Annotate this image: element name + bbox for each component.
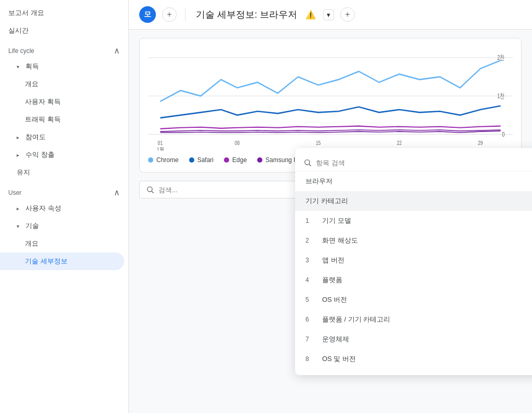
dropdown-row-num: 4	[305, 276, 314, 284]
svg-text:0: 0	[502, 130, 504, 138]
dropdown-item-device-model[interactable]: 1 기기 모델	[295, 211, 532, 231]
sidebar-item-acquisition[interactable]: ▾ 획득	[0, 58, 128, 75]
sidebar-item-user-acq[interactable]: 사용자 획득	[0, 93, 128, 111]
dropdown-item-label: 화면 해상도	[322, 236, 358, 245]
svg-text:29: 29	[478, 140, 483, 146]
svg-line-15	[309, 164, 311, 166]
dropdown-arrow-icon: ▾	[327, 11, 330, 19]
dropdown-search-bar[interactable]	[295, 154, 532, 171]
dropdown-row-num: 7	[305, 336, 314, 343]
dropdown-item-platform[interactable]: 4 플랫폼	[295, 270, 532, 290]
dropdown-search-icon	[303, 158, 312, 167]
dropdown-item-os-and-version[interactable]: 8 OS 및 버전	[295, 349, 532, 369]
sidebar-item-label: 실시간	[8, 26, 29, 35]
dropdown-item-os-version[interactable]: 5 OS 버전	[295, 290, 532, 310]
dropdown-item-label: OS 및 버전	[322, 354, 356, 364]
sidebar-item-traffic-acq[interactable]: 트래픽 획득	[0, 111, 128, 128]
dropdown-item-label: 기기 모델	[322, 216, 351, 225]
sidebar-item-report-overview[interactable]: 보고서 개요	[0, 4, 128, 22]
search-icon	[146, 185, 154, 194]
divider	[185, 8, 185, 21]
dropdown-row-num: 1	[305, 217, 314, 224]
sidebar-item-label: 기술	[25, 221, 39, 231]
sidebar-item-label: 사용자 획득	[25, 97, 61, 106]
dropdown-item-platform-device[interactable]: 6 플랫폼 / 기기 카테고리	[295, 310, 532, 329]
dropdown-item-label: 브라우저	[305, 177, 332, 186]
dropdown-row-num: 2	[305, 237, 314, 244]
main-content: 모 + 기술 세부정보: 브라우저 ⚠️ ▾ + 2천 1천 0 01 1월	[129, 0, 532, 413]
dropdown-row-num: 5	[305, 296, 314, 303]
sidebar-item-acq-overview[interactable]: 개요	[0, 75, 128, 93]
sidebar-item-label: 보고서 개요	[8, 8, 44, 18]
legend-label-chrome: Chrome	[156, 156, 179, 164]
sidebar-item-engagement[interactable]: ▸ 참여도	[0, 128, 128, 146]
sidebar-item-label: 유지	[17, 168, 30, 177]
legend-label-edge: Edge	[232, 156, 247, 164]
topbar-dropdown[interactable]: ▾	[323, 9, 334, 20]
dropdown-item-label: OS 버전	[322, 295, 347, 304]
dropdown-item-os[interactable]: 7 운영체제	[295, 329, 532, 349]
sidebar-section-user: User ∧	[0, 181, 128, 199]
line-chart: 2천 1천 0 01 1월 08 15 22 29	[148, 47, 513, 151]
dropdown-row-num: 8	[305, 355, 314, 363]
dropdown-item-app-version[interactable]: 3 앱 버전	[295, 250, 532, 270]
sidebar-item-tech-overview[interactable]: 개요	[0, 235, 128, 252]
dropdown-item-label: 플랫폼	[322, 275, 342, 285]
svg-text:08: 08	[235, 140, 240, 146]
chevron-up-icon: ∧	[114, 188, 120, 197]
legend-item-safari: Safari	[189, 156, 214, 164]
sidebar-item-label: 개요	[25, 79, 38, 89]
warning-icon: ⚠️	[305, 10, 316, 20]
legend-dot-samsung	[257, 157, 262, 163]
sidebar-item-tech[interactable]: ▾ 기술	[0, 217, 128, 235]
dropdown-row-num: 6	[305, 316, 314, 323]
arrow-icon: ▸	[17, 152, 19, 158]
sidebar-item-label: 개요	[25, 239, 38, 248]
legend-dot-edge	[224, 157, 229, 163]
arrow-icon: ▾	[17, 64, 19, 70]
dropdown-item-browser[interactable]: 브라우저	[295, 171, 532, 191]
sidebar-item-label: 사용자 속성	[25, 204, 61, 213]
dropdown-panel: 브라우저 기기 카테고리 1 기기 모델 2 화면 해상도 3 앱 버전 4 플…	[295, 148, 532, 375]
svg-text:01: 01	[158, 140, 163, 146]
legend-dot-safari	[189, 157, 194, 163]
dropdown-item-label: 플랫폼 / 기기 카테고리	[322, 315, 390, 324]
svg-text:1천: 1천	[497, 92, 504, 100]
sidebar-section-lifecycle: Life cycle ∧	[0, 39, 128, 58]
content-area: 2천 1천 0 01 1월 08 15 22 29	[129, 30, 532, 413]
legend-dot-chrome	[148, 157, 153, 163]
sidebar-item-realtime[interactable]: 실시간	[0, 22, 128, 39]
add-tab-button[interactable]: +	[162, 7, 177, 22]
add-report-button[interactable]: +	[340, 7, 355, 22]
legend-item-edge: Edge	[224, 156, 247, 164]
dropdown-item-label: 기기 카테고리	[305, 196, 348, 206]
arrow-icon: ▸	[17, 206, 19, 211]
svg-point-12	[148, 187, 152, 192]
sidebar-item-label: 트래픽 획득	[25, 115, 61, 124]
avatar: 모	[139, 6, 156, 23]
sidebar-item-label: 참여도	[25, 132, 46, 142]
svg-text:15: 15	[316, 140, 321, 146]
svg-text:2천: 2천	[497, 54, 504, 61]
svg-text:22: 22	[397, 140, 402, 146]
sidebar-item-retention[interactable]: 유지	[0, 164, 128, 181]
dropdown-item-screen-res[interactable]: 2 화면 해상도	[295, 231, 532, 250]
dropdown-item-device-category[interactable]: 기기 카테고리	[295, 191, 532, 211]
arrow-icon: ▸	[17, 135, 19, 140]
page-title: 기술 세부정보: 브라우저	[196, 8, 297, 21]
legend-label-safari: Safari	[197, 156, 214, 164]
dropdown-search-input[interactable]	[316, 159, 532, 167]
sidebar-item-tech-detail[interactable]: 기술 세부정보	[0, 252, 124, 270]
sidebar-item-user-attr[interactable]: ▸ 사용자 속성	[0, 199, 128, 217]
sidebar-item-label: 기술 세부정보	[25, 257, 68, 266]
sidebar: 보고서 개요 실시간 Life cycle ∧ ▾ 획득 개요 사용자 획득 트…	[0, 0, 129, 413]
svg-point-14	[305, 160, 310, 165]
sidebar-item-label: 수익 창출	[25, 150, 55, 159]
dropdown-row-num: 3	[305, 257, 314, 264]
dropdown-item-label: 운영체제	[322, 335, 349, 344]
topbar: 모 + 기술 세부정보: 브라우저 ⚠️ ▾ +	[129, 0, 532, 30]
sidebar-item-monetize[interactable]: ▸ 수익 창출	[0, 146, 128, 164]
legend-item-chrome: Chrome	[148, 156, 179, 164]
dropdown-item-label: 앱 버전	[322, 256, 344, 265]
sidebar-item-label: 획득	[25, 62, 39, 71]
